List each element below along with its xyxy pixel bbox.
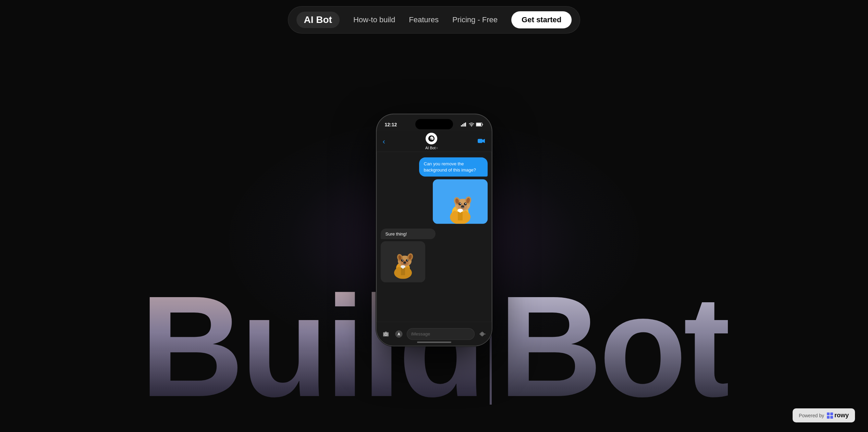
powered-by-badge[interactable]: Powered by rowy: [793, 408, 855, 422]
contact-name: AI Bot ›: [425, 145, 438, 150]
rowy-grid-icon: [827, 412, 833, 419]
svg-rect-45: [481, 332, 481, 335]
svg-rect-47: [483, 332, 484, 335]
bot-response-area: Sure thing!: [381, 229, 488, 282]
svg-point-19: [465, 203, 466, 204]
phone-container: 12:12: [376, 114, 492, 346]
svg-rect-7: [478, 139, 482, 143]
svg-rect-3: [465, 123, 466, 127]
nav-brand: AI Bot: [296, 12, 340, 28]
user-message-bubble: Can you remove the background of this im…: [419, 157, 488, 177]
svg-rect-49: [485, 333, 486, 334]
apps-icon: A: [395, 330, 403, 338]
chat-area: Can you remove the background of this im…: [377, 152, 492, 322]
nav-link-how-to-build[interactable]: How-to build: [353, 15, 395, 24]
svg-text:A: A: [398, 332, 400, 336]
svg-point-35: [407, 260, 407, 261]
status-icons: [461, 123, 484, 127]
svg-rect-6: [476, 123, 481, 126]
dynamic-island: [415, 119, 453, 129]
rowy-brand-text: rowy: [834, 412, 849, 419]
get-started-button[interactable]: Get started: [511, 11, 572, 28]
svg-rect-0: [461, 125, 462, 127]
rowy-logo: rowy: [827, 412, 849, 419]
nav-link-pricing[interactable]: Pricing - Free: [452, 15, 498, 24]
apps-button[interactable]: A: [394, 329, 404, 339]
signal-icon: [461, 123, 467, 127]
waveform-icon: [479, 330, 486, 338]
imessage-placeholder: iMessage: [411, 331, 430, 336]
svg-rect-2: [464, 123, 465, 127]
bot-message-bubble: Sure thing!: [381, 229, 436, 239]
status-time: 12:12: [385, 122, 397, 127]
contact-avatar: [426, 133, 437, 144]
battery-icon: [476, 123, 484, 127]
back-button[interactable]: ‹: [383, 137, 385, 146]
hero-word-bot: Bot: [499, 275, 728, 418]
svg-point-33: [406, 259, 408, 262]
svg-point-32: [401, 259, 403, 262]
home-indicator: [417, 342, 451, 343]
camera-button[interactable]: [381, 329, 391, 339]
svg-rect-44: [480, 333, 480, 334]
svg-rect-46: [482, 331, 482, 336]
video-icon: [478, 138, 485, 144]
svg-point-4: [471, 126, 472, 127]
nav-link-features[interactable]: Features: [409, 15, 439, 24]
openai-logo-icon: [428, 135, 435, 142]
dog-image-blue: [438, 186, 482, 224]
svg-rect-1: [462, 124, 463, 127]
video-call-button[interactable]: [478, 138, 485, 145]
message-header: ‹ AI Bot ›: [377, 131, 492, 152]
bot-image-attachment: [381, 241, 425, 282]
dog-image-transparent: [384, 245, 422, 279]
svg-point-20: [461, 205, 464, 207]
voice-button[interactable]: [477, 329, 488, 339]
svg-point-34: [402, 260, 403, 261]
powered-by-text: Powered by: [799, 413, 824, 418]
contact-info[interactable]: AI Bot ›: [425, 133, 438, 150]
phone-mockup: 12:12: [376, 114, 492, 346]
navbar: AI Bot How-to build Features Pricing - F…: [288, 6, 580, 34]
contact-chevron: ›: [436, 145, 438, 150]
user-image-attachment: [433, 179, 488, 224]
svg-point-36: [403, 262, 406, 264]
imessage-input[interactable]: iMessage: [407, 328, 475, 340]
svg-rect-48: [484, 333, 485, 334]
wifi-icon: [469, 123, 474, 127]
camera-icon: [383, 331, 389, 336]
svg-point-18: [460, 203, 461, 204]
